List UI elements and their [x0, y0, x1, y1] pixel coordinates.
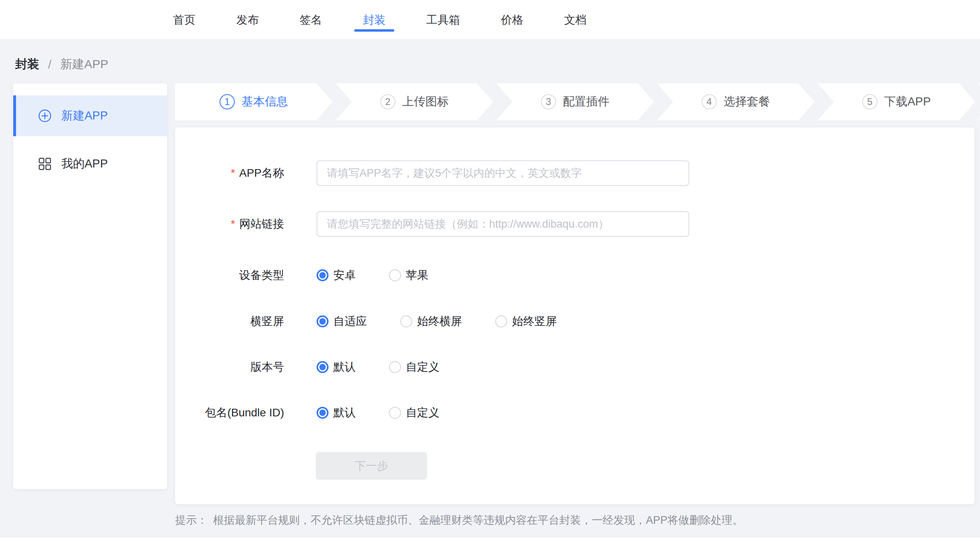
- form-row-version: 版本号 默认 自定义: [175, 354, 974, 380]
- nav-label: 封装: [363, 12, 385, 28]
- radio-ios[interactable]: 苹果: [389, 268, 428, 283]
- radio-label: 默认: [333, 405, 356, 420]
- nav-item-price[interactable]: 价格: [501, 0, 523, 40]
- next-step-button[interactable]: 下一步: [316, 452, 427, 480]
- nav-item-toolbox[interactable]: 工具箱: [426, 0, 460, 40]
- step-label: 选择套餐: [724, 94, 770, 110]
- form-card: *APP名称 *网站链接 设备类型 安卓 苹果 横: [175, 127, 974, 504]
- plus-circle-icon: [38, 109, 52, 123]
- radio-label: 自定义: [406, 405, 440, 420]
- step-overflow-sliver: [978, 83, 980, 120]
- radio-android[interactable]: 安卓: [317, 268, 356, 283]
- form-row-site-url: *网站链接: [175, 211, 974, 237]
- step-upload-icon: 2 上传图标: [336, 83, 493, 120]
- nav-label: 价格: [501, 12, 523, 28]
- radio-icon: [389, 269, 401, 281]
- nav-item-package[interactable]: 封装: [363, 0, 385, 40]
- breadcrumb-current: 新建APP: [60, 56, 108, 73]
- field-label: *APP名称: [175, 166, 284, 181]
- radio-icon: [389, 407, 401, 419]
- field-label-text: 网站链接: [239, 218, 284, 230]
- radio-version-custom[interactable]: 自定义: [389, 359, 440, 375]
- version-radio-group: 默认 自定义: [317, 359, 473, 375]
- grid-icon: [38, 157, 52, 171]
- nav-label: 签名: [300, 12, 322, 28]
- required-asterisk: *: [231, 167, 235, 179]
- nav-item-publish[interactable]: 发布: [236, 0, 259, 40]
- step-label: 下载APP: [884, 94, 931, 110]
- radio-icon: [317, 361, 329, 373]
- main-nav: 首页 发布 签名 封装 工具箱 价格 文档: [173, 0, 587, 40]
- bundle-id-radio-group: 默认 自定义: [317, 405, 473, 420]
- nav-item-home[interactable]: 首页: [173, 0, 196, 40]
- field-label: 包名(Bundle ID): [175, 405, 284, 420]
- form-row-app-name: *APP名称: [175, 160, 974, 186]
- nav-label: 首页: [173, 12, 196, 28]
- radio-label: 苹果: [406, 268, 428, 283]
- field-label-text: 版本号: [250, 361, 284, 373]
- radio-icon: [317, 315, 329, 327]
- sidebar-item-label: 我的APP: [61, 156, 108, 172]
- step-configure-plugins: 3 配置插件: [496, 83, 654, 120]
- step-number: 5: [862, 94, 877, 109]
- field-label-text: 包名(Bundle ID): [205, 406, 284, 419]
- breadcrumb: 封装 / 新建APP: [15, 56, 108, 73]
- field-label-text: APP名称: [239, 167, 284, 179]
- wizard-stepper: 1 基本信息 2 上传图标 3 配置插件 4 选择套餐 5 下载APP: [175, 83, 980, 120]
- radio-icon: [317, 407, 329, 419]
- radio-version-default[interactable]: 默认: [317, 359, 356, 375]
- device-type-radio-group: 安卓 苹果: [317, 268, 462, 283]
- radio-label: 默认: [333, 359, 356, 375]
- form-row-bundle-id: 包名(Bundle ID) 默认 自定义: [175, 400, 974, 426]
- tip-prefix: 提示：: [175, 513, 208, 527]
- footer-strip: [0, 538, 980, 541]
- radio-bundle-custom[interactable]: 自定义: [389, 405, 440, 420]
- sidebar-item-my-apps[interactable]: 我的APP: [13, 143, 167, 184]
- step-label: 基本信息: [242, 94, 288, 110]
- form-row-orientation: 横竖屏 自适应 始终横屏 始终竖屏: [175, 309, 974, 334]
- top-header: 首页 发布 签名 封装 工具箱 价格 文档: [0, 0, 980, 40]
- radio-label: 自定义: [406, 359, 440, 375]
- nav-label: 工具箱: [426, 12, 460, 28]
- radio-label: 始终横屏: [417, 314, 462, 329]
- radio-bundle-default[interactable]: 默认: [317, 405, 356, 420]
- radio-label: 安卓: [333, 268, 356, 283]
- nav-item-sign[interactable]: 签名: [300, 0, 322, 40]
- orientation-radio-group: 自适应 始终横屏 始终竖屏: [317, 314, 590, 329]
- radio-icon: [495, 315, 507, 327]
- radio-always-landscape[interactable]: 始终横屏: [400, 314, 462, 329]
- radio-always-portrait[interactable]: 始终竖屏: [495, 314, 557, 329]
- app-name-input[interactable]: [317, 160, 689, 186]
- nav-label: 发布: [236, 12, 259, 28]
- step-download-app: 5 下载APP: [818, 83, 975, 120]
- breadcrumb-root[interactable]: 封装: [15, 56, 39, 73]
- nav-item-docs[interactable]: 文档: [564, 0, 587, 40]
- step-number: 2: [380, 94, 395, 109]
- nav-label: 文档: [564, 12, 587, 28]
- sidebar-item-label: 新建APP: [61, 108, 108, 124]
- site-url-input[interactable]: [317, 211, 689, 237]
- field-label-text: 设备类型: [239, 269, 284, 281]
- step-number: 4: [702, 94, 717, 109]
- radio-icon: [400, 315, 412, 327]
- field-label: 横竖屏: [175, 314, 284, 329]
- required-asterisk: *: [231, 218, 235, 230]
- step-number: 1: [220, 94, 235, 109]
- form-row-device-type: 设备类型 安卓 苹果: [175, 262, 974, 288]
- step-basic-info: 1 基本信息: [175, 83, 333, 120]
- step-choose-plan: 4 选择套餐: [657, 83, 815, 120]
- step-number: 3: [541, 94, 556, 109]
- sidebar-item-new-app[interactable]: 新建APP: [13, 95, 167, 136]
- radio-icon: [389, 361, 401, 373]
- radio-label: 始终竖屏: [512, 314, 557, 329]
- field-label: *网站链接: [175, 216, 284, 232]
- step-label: 上传图标: [402, 94, 449, 110]
- breadcrumb-separator: /: [48, 58, 51, 71]
- radio-icon: [317, 269, 329, 281]
- radio-label: 自适应: [333, 314, 367, 329]
- field-label: 设备类型: [175, 268, 284, 283]
- tip-text: 根据最新平台规则，不允许区块链虚拟币、金融理财类等违规内容在平台封装，一经发现，…: [213, 513, 743, 527]
- sidebar: 新建APP 我的APP: [13, 83, 167, 489]
- field-label-text: 横竖屏: [250, 315, 284, 327]
- radio-auto-orientation[interactable]: 自适应: [317, 314, 367, 329]
